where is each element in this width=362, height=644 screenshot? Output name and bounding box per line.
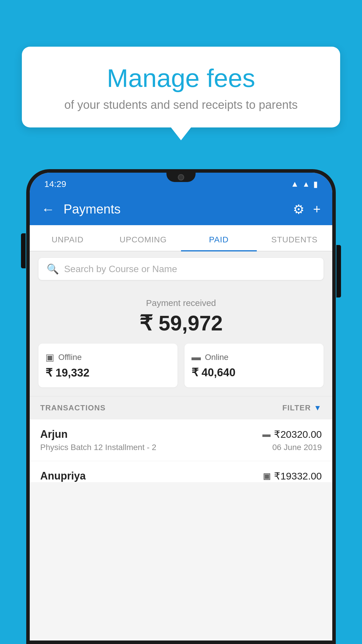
transaction-row-top: Arjun ▬ ₹20320.00 xyxy=(40,428,322,440)
filter-label: FILTER xyxy=(282,403,311,412)
app-bar-actions: ⚙ + xyxy=(293,202,321,217)
speech-bubble: Manage fees of your students and send re… xyxy=(22,47,340,127)
online-card: ▬ Online ₹ 40,640 xyxy=(184,344,324,387)
online-card-header: ▬ Online xyxy=(191,352,317,363)
app-bar: ← Payments ⚙ + xyxy=(30,193,332,225)
offline-card-header: ▣ Offline xyxy=(45,352,171,363)
app-bar-title: Payments xyxy=(64,202,284,216)
online-amount: ₹ 40,640 xyxy=(191,366,317,379)
status-time: 14:29 xyxy=(44,179,66,189)
transaction-amount-2: ₹19332.00 xyxy=(274,470,322,482)
phone-mockup: 14:29 ▲ ▲ ▮ ← Payments ⚙ + UNPAID UPCO xyxy=(26,169,336,644)
offline-amount: ₹ 19,332 xyxy=(45,366,171,379)
offline-label: Offline xyxy=(58,353,82,362)
transaction-amount: ₹20320.00 xyxy=(274,428,322,440)
status-icons: ▲ ▲ ▮ xyxy=(291,179,318,189)
payment-received-label: Payment received xyxy=(38,298,324,308)
transaction-item[interactable]: Arjun ▬ ₹20320.00 Physics Batch 12 Insta… xyxy=(30,419,332,461)
tabs-bar: UNPAID UPCOMING PAID STUDENTS xyxy=(30,225,332,251)
filter-button[interactable]: FILTER ▼ xyxy=(282,403,322,412)
settings-icon[interactable]: ⚙ xyxy=(293,202,304,217)
add-icon[interactable]: + xyxy=(313,202,321,216)
tab-upcoming[interactable]: UPCOMING xyxy=(106,235,181,251)
tab-students[interactable]: STUDENTS xyxy=(257,235,333,251)
transaction-item-partial[interactable]: Anupriya ▣ ₹19332.00 xyxy=(30,461,332,482)
phone-outer: 14:29 ▲ ▲ ▮ ← Payments ⚙ + UNPAID UPCO xyxy=(26,169,336,644)
search-box[interactable]: 🔍 Search by Course or Name xyxy=(38,258,324,280)
transaction-amount-wrap-2: ▣ ₹19332.00 xyxy=(263,470,322,482)
phone-notch xyxy=(166,173,196,182)
transactions-label: TRANSACTIONS xyxy=(40,403,106,412)
payment-cash-icon: ▣ xyxy=(263,471,270,481)
signal-icon: ▲ xyxy=(302,180,310,189)
transaction-date: 06 June 2019 xyxy=(272,443,322,452)
payment-summary: Payment received ₹ 59,972 ▣ Offline ₹ 19… xyxy=(30,286,332,396)
transaction-course: Physics Batch 12 Installment - 2 xyxy=(40,443,156,452)
transaction-amount-wrap: ▬ ₹20320.00 xyxy=(262,428,322,440)
wifi-icon: ▲ xyxy=(291,179,299,189)
offline-icon: ▣ xyxy=(45,352,54,363)
search-icon: 🔍 xyxy=(47,263,59,275)
transaction-row-bottom: Physics Batch 12 Installment - 2 06 June… xyxy=(40,443,322,452)
tab-paid[interactable]: PAID xyxy=(181,235,257,251)
phone-camera xyxy=(178,174,184,181)
payment-amount: ₹ 59,972 xyxy=(38,311,324,335)
online-icon: ▬ xyxy=(191,352,201,363)
search-input[interactable]: Search by Course or Name xyxy=(64,264,177,274)
bubble-subtitle: of your students and send receipts to pa… xyxy=(36,98,326,111)
back-button[interactable]: ← xyxy=(41,201,55,217)
transaction-name-partial: Anupriya ▣ ₹19332.00 xyxy=(40,470,322,482)
tab-unpaid[interactable]: UNPAID xyxy=(30,235,106,251)
transaction-name: Arjun xyxy=(40,428,68,440)
phone-inner: 14:29 ▲ ▲ ▮ ← Payments ⚙ + UNPAID UPCO xyxy=(30,173,332,640)
battery-icon: ▮ xyxy=(313,179,318,189)
bubble-title: Manage fees xyxy=(36,64,326,92)
payment-card-icon: ▬ xyxy=(262,430,270,439)
transaction-name-2: Anupriya xyxy=(40,470,86,482)
offline-card: ▣ Offline ₹ 19,332 xyxy=(38,344,178,387)
online-label: Online xyxy=(205,353,229,362)
transactions-header: TRANSACTIONS FILTER ▼ xyxy=(30,396,332,419)
payment-cards: ▣ Offline ₹ 19,332 ▬ Online ₹ 40,640 xyxy=(38,344,324,387)
search-container: 🔍 Search by Course or Name xyxy=(30,251,332,286)
filter-icon: ▼ xyxy=(314,403,322,412)
